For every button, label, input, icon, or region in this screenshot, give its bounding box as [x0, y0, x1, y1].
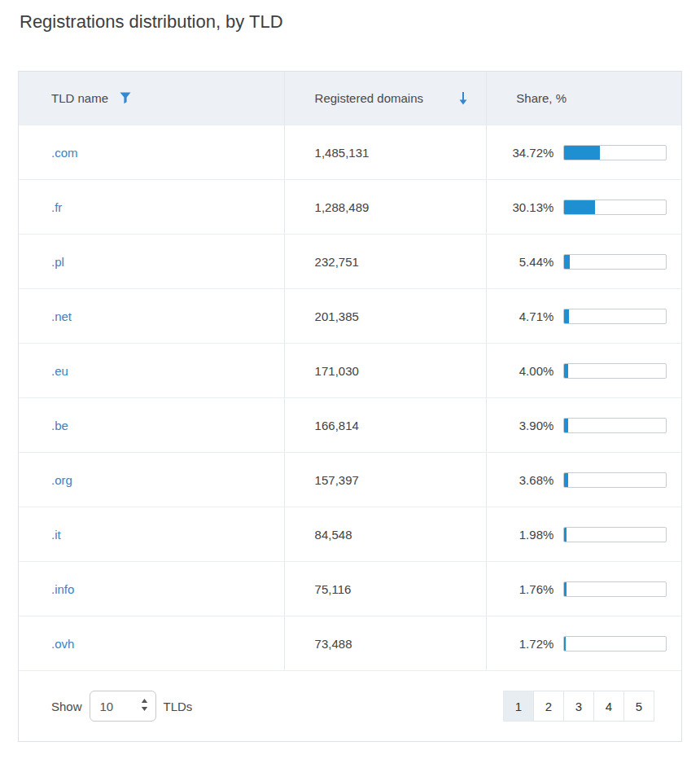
registered-domains-value: 232,751	[284, 235, 487, 288]
share-bar-track	[563, 254, 667, 270]
registered-domains-value: 1,288,489	[284, 180, 487, 234]
share-bar-track	[563, 200, 667, 215]
share-bar-track	[563, 145, 667, 160]
table-row: .com 1,485,131 34.72%	[19, 125, 681, 179]
tld-link[interactable]: .eu	[51, 364, 68, 378]
table-row: .eu 171,030 4.00%	[19, 343, 681, 397]
page-size-value: 10	[100, 700, 114, 713]
share-percent-value: 30.13%	[508, 200, 553, 214]
share-percent-value: 1.76%	[508, 582, 553, 596]
tld-link[interactable]: .it	[51, 528, 61, 542]
table-row: .ovh 73,488 1.72%	[19, 616, 681, 670]
share-bar-fill	[564, 309, 569, 323]
table-row: .pl 232,751 5.44%	[19, 234, 681, 288]
tld-link[interactable]: .fr	[51, 200, 62, 214]
pagination-page-5[interactable]: 5	[623, 691, 654, 722]
table-row: .net 201,385 4.71%	[19, 288, 681, 343]
tld-link[interactable]: .net	[51, 309, 72, 323]
column-header-share-label: Share, %	[516, 91, 567, 105]
page-size-control: Show 10 TLDs	[51, 691, 192, 722]
share-bar-track	[563, 363, 667, 379]
registered-domains-value: 73,488	[284, 616, 487, 670]
pagination-page-2[interactable]: 2	[533, 691, 564, 722]
table-header-row: TLD name Registered domains Share, %	[19, 72, 681, 125]
registered-domains-value: 84,548	[284, 507, 487, 561]
share-bar-track	[563, 581, 667, 597]
share-bar-fill	[564, 364, 568, 378]
column-header-share: Share, %	[486, 72, 681, 125]
share-bar-track	[563, 418, 667, 433]
pagination: 1 2 3 4 5	[504, 691, 654, 722]
tld-link[interactable]: .ovh	[51, 637, 74, 651]
table-row: .be 166,814 3.90%	[19, 397, 681, 452]
page-title: Registrations distribution, by TLD	[20, 11, 700, 33]
share-bar-track	[563, 636, 667, 652]
stepper-icon	[141, 699, 148, 713]
share-bar-fill	[564, 419, 568, 432]
registered-domains-value: 1,485,131	[284, 125, 487, 179]
page-size-select[interactable]: 10	[90, 691, 156, 722]
column-header-count-label: Registered domains	[315, 91, 423, 105]
share-percent-value: 3.68%	[508, 473, 553, 487]
sort-desc-icon[interactable]	[458, 91, 468, 106]
column-header-tld-label: TLD name	[51, 91, 108, 105]
share-percent-value: 4.71%	[508, 309, 553, 323]
registered-domains-value: 201,385	[284, 289, 487, 343]
table-footer: Show 10 TLDs 1 2 3 4 5	[19, 670, 681, 741]
share-percent-value: 1.72%	[508, 637, 553, 651]
table-row: .info 75,116 1.76%	[19, 561, 681, 616]
pagination-page-4[interactable]: 4	[593, 691, 624, 722]
column-header-tld-name[interactable]: TLD name	[19, 72, 284, 125]
filter-icon[interactable]	[120, 92, 131, 104]
column-header-registered-domains[interactable]: Registered domains	[284, 72, 487, 125]
tld-link[interactable]: .be	[51, 419, 68, 432]
tld-link[interactable]: .com	[51, 146, 78, 160]
share-bar-fill	[564, 582, 566, 596]
share-percent-value: 34.72%	[508, 146, 553, 160]
share-bar-fill	[564, 528, 566, 542]
tld-link[interactable]: .pl	[51, 255, 64, 269]
registered-domains-value: 157,397	[284, 453, 487, 507]
share-bar-track	[563, 527, 667, 542]
registered-domains-value: 75,116	[284, 562, 487, 616]
share-bar-fill	[564, 255, 570, 269]
share-bar-track	[563, 309, 667, 324]
share-bar-fill	[564, 200, 595, 214]
registered-domains-value: 166,814	[284, 398, 487, 452]
table-row: .org 157,397 3.68%	[19, 452, 681, 507]
share-percent-value: 1.98%	[508, 528, 553, 542]
registered-domains-value: 171,030	[284, 344, 487, 397]
pagination-page-1[interactable]: 1	[503, 691, 534, 722]
table-row: .it 84,548 1.98%	[19, 507, 681, 561]
share-percent-value: 4.00%	[508, 364, 553, 378]
share-bar-fill	[564, 637, 566, 651]
share-bar-fill	[564, 146, 599, 160]
tld-link[interactable]: .info	[51, 582, 74, 596]
tld-distribution-table: TLD name Registered domains Share, % .co…	[18, 71, 682, 742]
show-label: Show	[51, 700, 82, 713]
pagination-page-3[interactable]: 3	[563, 691, 594, 722]
unit-label: TLDs	[164, 700, 193, 713]
share-bar-track	[563, 472, 667, 488]
share-percent-value: 5.44%	[508, 255, 553, 269]
table-row: .fr 1,288,489 30.13%	[19, 179, 681, 234]
tld-link[interactable]: .org	[51, 473, 72, 487]
share-bar-fill	[564, 473, 568, 487]
share-percent-value: 3.90%	[508, 419, 553, 432]
